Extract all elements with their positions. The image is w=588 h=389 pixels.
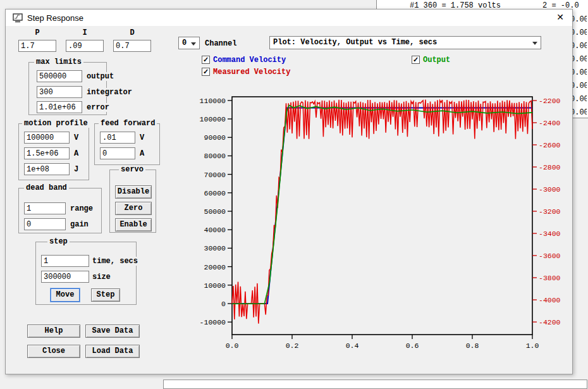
svg-text:80000: 80000 (204, 152, 226, 160)
ff-acceleration-input[interactable] (100, 147, 135, 159)
plot-type-value: Plot: Velocity, Output vs Time, secs (273, 38, 437, 47)
dead-band-group: dead band range gain (18, 188, 102, 233)
channel-label: Channel (205, 39, 236, 48)
window-title: Step Response (27, 13, 83, 23)
load-data-button[interactable]: Load Data (85, 345, 140, 358)
title-bar[interactable]: Step Response ✕ (6, 9, 572, 26)
svg-text:-2400: -2400 (539, 119, 561, 127)
step-response-dialog: Step Response ✕ P I D 0 Channel Plot: Ve… (5, 9, 573, 374)
svg-text:10000: 10000 (204, 281, 226, 290)
measured-velocity-checkbox[interactable]: ✓ (202, 68, 210, 76)
svg-text:-3800: -3800 (539, 274, 561, 282)
chevron-down-icon (532, 42, 537, 45)
svg-text:-2600: -2600 (539, 141, 561, 149)
channel-select[interactable]: 0 (178, 37, 200, 49)
motion-profile-group: motion profile V A J (18, 123, 89, 180)
output-label: Output (423, 56, 450, 65)
step-size-label: size (92, 273, 111, 281)
svg-text:-3000: -3000 (539, 185, 561, 194)
svg-text:70000: 70000 (204, 171, 226, 179)
help-button[interactable]: Help (27, 324, 80, 338)
i-label: I (66, 28, 104, 37)
close-button[interactable]: Close (27, 345, 80, 358)
chevron-down-icon (191, 42, 196, 46)
d-gain-input[interactable] (113, 40, 151, 52)
step-time-input[interactable] (41, 255, 89, 267)
background-window-bottom-edge (163, 380, 587, 389)
d-label: D (113, 28, 151, 37)
desktop: #1 360 = 1.758 volts 2 = -0.0 0.000.000.… (0, 0, 588, 389)
svg-text:0.4: 0.4 (346, 342, 359, 350)
servo-zero-button[interactable]: Zero (115, 202, 152, 215)
step-button[interactable]: Step (91, 288, 120, 302)
app-icon (12, 12, 23, 23)
max-output-input[interactable] (37, 70, 82, 82)
feed-forward-group: feed forward V A (94, 123, 160, 165)
servo-group: servo Disable Zero Enable (109, 170, 156, 233)
step-size-input[interactable] (41, 271, 89, 283)
svg-text:1.0: 1.0 (526, 342, 539, 350)
svg-text:-3400: -3400 (539, 230, 561, 238)
dead-band-range-label: range (70, 204, 94, 213)
dead-band-gain-label: gain (70, 220, 89, 229)
ff-velocity-input[interactable] (100, 132, 135, 144)
step-group: step time, secs size Move Step (35, 242, 137, 305)
svg-text:-10000: -10000 (200, 318, 226, 326)
command-velocity-label: Command Velocity (213, 56, 286, 65)
max-error-input[interactable] (37, 101, 82, 113)
save-data-button[interactable]: Save Data (85, 324, 140, 338)
servo-disable-button[interactable]: Disable (115, 185, 152, 199)
velocity-input[interactable] (24, 132, 70, 144)
ff-acceleration-label: A (139, 149, 145, 158)
acceleration-label: A (73, 149, 79, 158)
close-icon[interactable]: ✕ (554, 12, 566, 23)
svg-text:110000: 110000 (200, 97, 226, 105)
servo-title: servo (119, 165, 145, 174)
dead-band-range-input[interactable] (24, 202, 66, 214)
svg-text:0.2: 0.2 (286, 342, 299, 350)
acceleration-input[interactable] (24, 147, 70, 159)
plot-type-select[interactable]: Plot: Velocity, Output vs Time, secs (269, 36, 541, 49)
velocity-label: V (73, 133, 79, 142)
jerk-label: J (73, 165, 79, 174)
svg-text:100000: 100000 (200, 115, 226, 123)
svg-text:50000: 50000 (204, 207, 226, 216)
svg-text:40000: 40000 (204, 226, 226, 234)
max-error-label: error (86, 103, 110, 112)
command-velocity-checkbox[interactable]: ✓ (202, 56, 210, 64)
svg-text:60000: 60000 (204, 189, 226, 197)
servo-enable-button[interactable]: Enable (115, 218, 152, 232)
max-limits-group: max limits output integrator error (28, 62, 107, 115)
motion-profile-title: motion profile (22, 119, 90, 128)
step-time-label: time, secs (92, 257, 138, 266)
dead-band-gain-input[interactable] (24, 218, 66, 230)
p-label: P (18, 28, 56, 37)
svg-text:0: 0 (221, 300, 226, 308)
svg-text:90000: 90000 (204, 133, 226, 142)
max-integrator-label: integrator (86, 88, 133, 97)
ff-velocity-label: V (139, 133, 145, 142)
svg-text:0.6: 0.6 (406, 342, 419, 350)
measured-velocity-label: Measured Velocity (213, 68, 290, 77)
output-checkbox[interactable]: ✓ (412, 56, 420, 64)
p-gain-input[interactable] (18, 40, 56, 52)
step-title: step (47, 237, 70, 246)
svg-text:-4000: -4000 (539, 296, 561, 304)
svg-text:-3200: -3200 (539, 207, 561, 216)
svg-text:-2200: -2200 (539, 97, 561, 105)
jerk-input[interactable] (24, 163, 70, 175)
step-response-plot: 1100001000009000080000700006000050000400… (190, 89, 563, 355)
dead-band-title: dead band (24, 183, 69, 192)
move-button[interactable]: Move (51, 288, 80, 302)
svg-text:-4200: -4200 (539, 318, 561, 326)
max-limits-title: max limits (34, 58, 83, 66)
svg-text:0.8: 0.8 (466, 342, 479, 350)
i-gain-input[interactable] (66, 40, 104, 52)
svg-text:20000: 20000 (204, 263, 226, 271)
svg-text:-2800: -2800 (539, 163, 561, 171)
channel-value: 0 (182, 39, 187, 47)
max-integrator-input[interactable] (37, 86, 82, 98)
svg-text:0.0: 0.0 (226, 342, 239, 350)
max-output-label: output (86, 72, 114, 81)
feed-forward-title: feed forward (99, 119, 157, 128)
